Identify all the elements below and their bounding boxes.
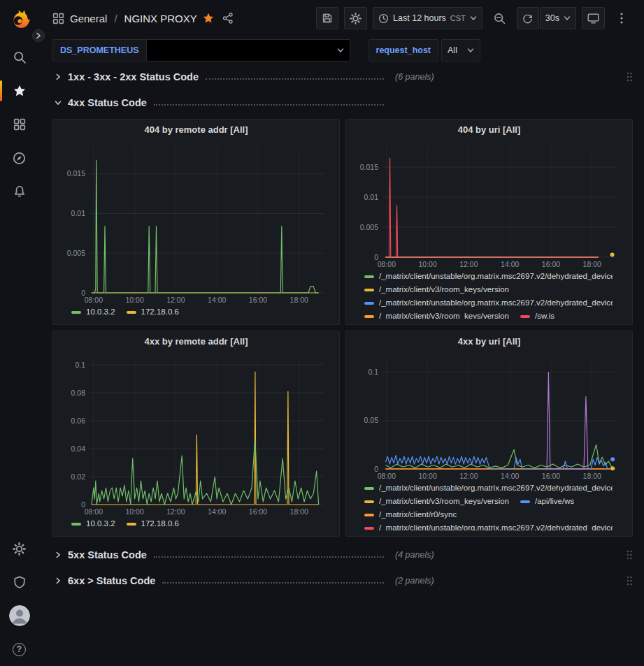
svg-text:18:00: 18:00 bbox=[290, 296, 308, 304]
chevron-right-icon bbox=[52, 549, 64, 560]
dotted-leader bbox=[206, 78, 384, 80]
dotted-leader bbox=[154, 556, 384, 558]
legend-swatch bbox=[127, 311, 136, 314]
svg-text:14:00: 14:00 bbox=[208, 296, 226, 304]
time-range-picker[interactable]: Last 12 hours CST bbox=[373, 7, 482, 29]
row-5xx[interactable]: 5xx Status Code (4 panels) bbox=[52, 545, 633, 564]
timeseries-chart[interactable]: 00.0050.010.01508:0010:0012:0014:0016:00… bbox=[62, 140, 331, 305]
panel-title[interactable]: 4xx by uri [All] bbox=[355, 331, 624, 352]
legend-item[interactable]: /_matrix/client/unstable/org.matrix.msc2… bbox=[364, 296, 613, 310]
row-1xx-3xx-2xx[interactable]: 1xx - 3xx - 2xx Status Code (6 panels) bbox=[52, 67, 633, 86]
sidebar-item-search[interactable] bbox=[0, 41, 38, 74]
legend-item[interactable]: /_matrix/client/v3/room_keys/version bbox=[364, 310, 509, 319]
sidebar-item-alerting[interactable] bbox=[0, 175, 38, 208]
legend-item[interactable]: /sw.js bbox=[520, 310, 554, 319]
sidebar-item-help[interactable]: ? bbox=[0, 632, 38, 666]
legend-label: 10.0.3.2 bbox=[86, 305, 115, 319]
time-zone-label: CST bbox=[450, 14, 466, 22]
svg-text:10:00: 10:00 bbox=[419, 260, 437, 268]
svg-text:0.06: 0.06 bbox=[71, 417, 86, 425]
sidebar-item-starred[interactable] bbox=[0, 74, 38, 108]
sidebar-item-dashboards[interactable] bbox=[0, 108, 38, 141]
svg-text:0.02: 0.02 bbox=[71, 472, 86, 481]
legend-label: /sw.js bbox=[535, 310, 554, 319]
variable-request-host-label[interactable]: request_host bbox=[368, 39, 439, 61]
chart-area: 00.0050.010.01508:0010:0012:0014:0016:00… bbox=[355, 140, 624, 270]
legend-swatch bbox=[520, 500, 530, 503]
panel-title[interactable]: 404 by remote addr [All] bbox=[62, 120, 331, 140]
row-title: 1xx - 3xx - 2xx Status Code bbox=[68, 71, 199, 82]
variable-ds-value-dropdown[interactable] bbox=[146, 39, 350, 61]
chevron-right-icon bbox=[52, 575, 64, 586]
sidebar-item-configuration[interactable] bbox=[0, 532, 38, 565]
zoom-out-time-button[interactable] bbox=[488, 7, 511, 29]
svg-text:12:00: 12:00 bbox=[459, 472, 478, 480]
row-drag-handle[interactable] bbox=[626, 549, 633, 560]
row-4xx[interactable]: 4xx Status Code bbox=[52, 93, 633, 112]
sidebar-expand-button[interactable] bbox=[32, 29, 45, 42]
legend-item[interactable]: 10.0.3.2 bbox=[71, 305, 115, 319]
svg-text:12:00: 12:00 bbox=[166, 507, 185, 516]
favorite-star-icon[interactable] bbox=[203, 13, 214, 24]
timeseries-chart[interactable]: 00.050.108:0010:0012:0014:0016:0018:00 bbox=[355, 352, 624, 482]
panel-title[interactable]: 404 by uri [All] bbox=[355, 120, 624, 140]
svg-text:0.04: 0.04 bbox=[71, 444, 86, 453]
row-6xx[interactable]: 6xx > Status Code (2 panels) bbox=[52, 571, 633, 590]
legend-item[interactable]: /_matrix/client/r0/sync bbox=[364, 508, 457, 521]
legend-item[interactable]: /_matrix/client/v3/room_keys/version bbox=[364, 495, 509, 508]
panel-4xx-by-remote-addr: 4xx by remote addr [All] 00.020.040.060.… bbox=[52, 331, 340, 537]
sidebar: ? bbox=[0, 0, 38, 666]
svg-text:0.01: 0.01 bbox=[364, 193, 379, 201]
legend-item[interactable]: /_matrix/client/unstable/org.matrix.msc2… bbox=[364, 482, 613, 495]
row-title: 5xx Status Code bbox=[68, 549, 147, 560]
svg-text:0.015: 0.015 bbox=[67, 169, 85, 178]
dotted-leader bbox=[154, 104, 384, 106]
dashboard-title[interactable]: NGINX PROXY bbox=[124, 13, 197, 24]
legend-label: 172.18.0.6 bbox=[141, 517, 179, 530]
variable-request-host-dropdown[interactable]: All bbox=[441, 39, 480, 61]
panel-title[interactable]: 4xx by remote addr [All] bbox=[62, 331, 331, 352]
variable-ds-label[interactable]: DS_PROMETHEUS bbox=[52, 39, 146, 61]
share-icon[interactable] bbox=[222, 13, 234, 24]
header-actions: Last 12 hours CST 30s bbox=[316, 7, 633, 29]
legend-item[interactable]: 10.0.3.2 bbox=[71, 517, 115, 530]
legend-item[interactable]: /_matrix/client/unstable/org.matrix.msc2… bbox=[364, 270, 613, 283]
legend-item[interactable]: /api/live/ws bbox=[520, 495, 574, 508]
variable-ds-prometheus: DS_PROMETHEUS bbox=[52, 39, 350, 61]
legend-item[interactable]: /_matrix/client/v3/room_keys/version bbox=[364, 283, 509, 296]
row-panel-count: (6 panels) bbox=[395, 72, 434, 82]
panel-legend: /_matrix/client/unstable/org.matrix.msc2… bbox=[355, 270, 624, 319]
legend-swatch bbox=[364, 289, 374, 291]
tv-mode-button[interactable] bbox=[582, 7, 605, 29]
svg-text:08:00: 08:00 bbox=[378, 260, 396, 268]
refresh-button[interactable] bbox=[517, 7, 539, 29]
row-drag-handle[interactable] bbox=[626, 71, 633, 82]
kebab-menu-button[interactable] bbox=[610, 7, 633, 29]
sidebar-item-profile[interactable] bbox=[0, 599, 38, 632]
timeseries-chart[interactable]: 00.020.040.060.080.108:0010:0012:0014:00… bbox=[62, 352, 331, 517]
save-dashboard-button[interactable] bbox=[316, 7, 338, 29]
sidebar-item-server-admin[interactable] bbox=[0, 565, 38, 599]
svg-text:08:00: 08:00 bbox=[85, 296, 103, 304]
breadcrumb-section[interactable]: General bbox=[70, 13, 107, 24]
refresh-interval-dropdown[interactable]: 30s bbox=[540, 7, 576, 29]
bell-icon bbox=[13, 185, 26, 198]
variable-request-host: request_host All bbox=[368, 39, 481, 61]
legend-item[interactable]: 172.18.0.6 bbox=[127, 517, 179, 530]
dashboard-settings-button[interactable] bbox=[344, 7, 367, 29]
grafana-logo[interactable] bbox=[8, 7, 31, 31]
svg-text:0.015: 0.015 bbox=[360, 163, 378, 171]
svg-text:0.08: 0.08 bbox=[71, 389, 86, 397]
dashboard-grid-icon bbox=[52, 13, 64, 24]
chevron-down-icon bbox=[52, 97, 64, 108]
panel-legend: 10.0.3.2172.18.0.6 bbox=[62, 517, 331, 530]
svg-text:14:00: 14:00 bbox=[501, 260, 519, 268]
timeseries-chart[interactable]: 00.0050.010.01508:0010:0012:0014:0016:00… bbox=[355, 140, 624, 270]
legend-item[interactable]: /_matrix/client/unstable/org.matrix.msc2… bbox=[364, 521, 613, 530]
legend-swatch bbox=[364, 302, 374, 305]
legend-item[interactable]: 172.18.0.6 bbox=[127, 305, 179, 319]
breadcrumb: General / NGINX PROXY bbox=[52, 13, 234, 24]
row-drag-handle[interactable] bbox=[626, 575, 633, 586]
legend-swatch bbox=[127, 523, 136, 526]
sidebar-item-explore[interactable] bbox=[0, 141, 38, 175]
